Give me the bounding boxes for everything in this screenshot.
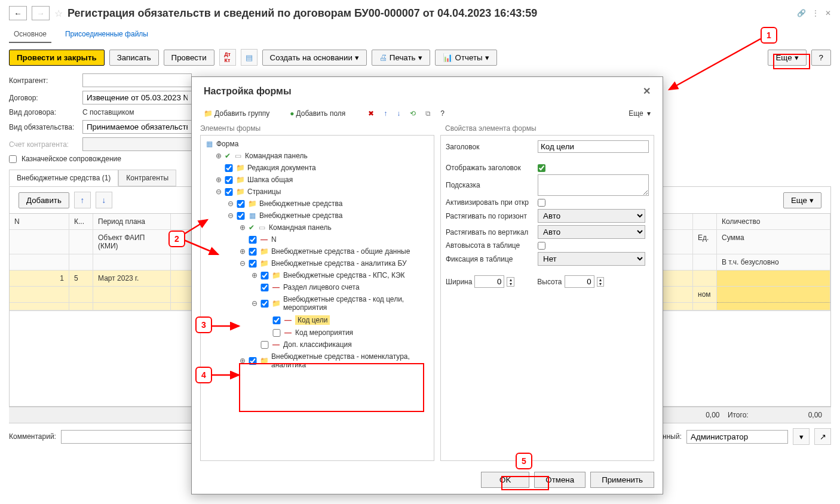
field-icon: — bbox=[283, 316, 293, 324]
folder-icon: 📁 bbox=[247, 199, 257, 208]
panel-icon: ▭ bbox=[257, 223, 266, 232]
obligation-type-input[interactable] bbox=[82, 120, 192, 134]
prop-title-input[interactable] bbox=[538, 140, 649, 153]
treasury-checkbox[interactable] bbox=[9, 155, 17, 163]
prop-stretch-h-select[interactable]: Авто bbox=[538, 209, 645, 223]
folder-icon: 📁 bbox=[235, 176, 245, 184]
reports-button[interactable]: 📊 Отчеты ▾ bbox=[435, 50, 497, 66]
form-settings-dialog: Настройка формы ✕ 📁 Добавить группу ● До… bbox=[191, 76, 663, 494]
prop-fixation-label: Фиксация в таблице bbox=[446, 255, 535, 263]
width-spinner[interactable]: ▲▼ bbox=[507, 277, 514, 287]
tab-files[interactable]: Присоединенные файлы bbox=[60, 26, 153, 43]
post-button[interactable]: Провести bbox=[164, 50, 214, 66]
table-icon: ▦ bbox=[247, 211, 257, 220]
folder-icon: 📁 bbox=[235, 188, 245, 196]
folder-icon: 📁 bbox=[259, 357, 269, 365]
contract-input[interactable] bbox=[82, 91, 192, 105]
save-button[interactable]: Записать bbox=[109, 50, 159, 66]
col-header-ed: Ед. bbox=[693, 230, 717, 254]
apply-button[interactable]: Применить bbox=[590, 472, 654, 488]
move-down-button[interactable]: ↓ bbox=[96, 192, 112, 208]
tab-offbudget[interactable]: Внебюджетные средства (1) bbox=[9, 170, 118, 186]
prop-height-input[interactable] bbox=[565, 275, 594, 288]
contragent-label: Контрагент: bbox=[9, 76, 78, 85]
move-up-icon[interactable]: ↑ bbox=[380, 107, 391, 119]
resp-open[interactable]: ↗ bbox=[814, 428, 831, 445]
prop-showtitle-checkbox[interactable] bbox=[538, 164, 545, 172]
folder-icon: 📁 bbox=[259, 247, 269, 256]
reset-icon[interactable]: ⟲ bbox=[406, 107, 419, 119]
callout-2: 2 bbox=[168, 231, 185, 247]
list-icon[interactable]: ▤ bbox=[241, 49, 257, 66]
add-row-button[interactable]: Добавить bbox=[19, 192, 69, 208]
page-title: Регистрация обязательств и сведений по д… bbox=[68, 7, 537, 20]
field-icon: — bbox=[271, 283, 281, 291]
field-icon: — bbox=[283, 328, 293, 337]
col-header-qty: Количество bbox=[717, 214, 830, 230]
prop-stretch-v-select[interactable]: Авто bbox=[538, 225, 645, 239]
plus-icon: ● bbox=[290, 109, 294, 118]
contragent-input[interactable] bbox=[82, 73, 192, 87]
responsible-input[interactable] bbox=[686, 430, 788, 444]
create-based-button[interactable]: Создать на основании ▾ bbox=[262, 50, 367, 66]
prop-autoheight-checkbox[interactable] bbox=[538, 242, 545, 250]
folder-icon: 📁 bbox=[271, 299, 281, 308]
prop-activate-checkbox[interactable] bbox=[538, 199, 545, 207]
grid-more-button[interactable]: Еще ▾ bbox=[783, 192, 821, 208]
dialog-more-button[interactable]: Еще ▾ bbox=[625, 107, 654, 119]
delete-icon[interactable]: ✖ bbox=[364, 107, 378, 119]
check-icon: ✔ bbox=[225, 152, 231, 160]
dtkt-icon[interactable]: ДтКт bbox=[219, 49, 236, 66]
link-icon[interactable]: 🔗 bbox=[797, 9, 806, 17]
prop-width-input[interactable] bbox=[474, 275, 504, 288]
chevron-down-icon: ▾ bbox=[485, 53, 489, 62]
add-fields-button[interactable]: ● Добавить поля bbox=[286, 107, 349, 119]
panel-icon: ▭ bbox=[233, 152, 243, 160]
help-button[interactable]: ? bbox=[811, 50, 831, 66]
prop-hint-input[interactable] bbox=[538, 174, 649, 196]
ok-button[interactable]: OK bbox=[481, 472, 529, 488]
callout-5: 5 bbox=[516, 453, 532, 469]
props-panel: Заголовок Отображать заголовок Подсказка… bbox=[440, 135, 654, 461]
more-button[interactable]: Еще ▾ bbox=[768, 50, 806, 66]
callout-4: 4 bbox=[195, 367, 212, 383]
print-button[interactable]: 🖨 Печать ▾ bbox=[372, 50, 430, 66]
add-group-button[interactable]: 📁 Добавить группу bbox=[200, 107, 273, 119]
chevron-down-icon: ▾ bbox=[355, 53, 359, 62]
resp-dropdown[interactable]: ▾ bbox=[793, 428, 810, 445]
treasury-label: Казначейское сопровождение bbox=[22, 155, 121, 163]
save-close-button[interactable]: Провести и закрыть bbox=[9, 50, 105, 66]
col-header-period: Период плана bbox=[93, 214, 171, 230]
props-header: Свойства элемента формы bbox=[445, 124, 537, 133]
account-input[interactable] bbox=[82, 137, 192, 151]
move-down-icon[interactable]: ↓ bbox=[393, 107, 404, 119]
favorite-icon[interactable]: ☆ bbox=[54, 8, 63, 19]
cell-k[interactable]: 5 bbox=[69, 271, 93, 287]
cancel-button[interactable]: Отмена bbox=[534, 472, 585, 488]
cell-period[interactable]: Март 2023 г. bbox=[93, 271, 171, 287]
copy-icon[interactable]: ⧉ bbox=[422, 107, 434, 119]
elements-header: Элементы формы bbox=[200, 124, 445, 133]
printer-icon: 🖨 bbox=[379, 53, 387, 62]
forward-button[interactable]: → bbox=[32, 6, 50, 20]
field-icon: — bbox=[271, 340, 281, 349]
dialog-close-icon[interactable]: ✕ bbox=[643, 85, 651, 97]
report-icon: 📊 bbox=[443, 53, 453, 62]
close-icon[interactable]: ✕ bbox=[825, 9, 831, 17]
tab-contragents[interactable]: Контрагенты bbox=[118, 170, 176, 186]
prop-fixation-select[interactable]: Нет bbox=[538, 252, 645, 266]
tab-main[interactable]: Основное bbox=[9, 26, 51, 43]
move-up-button[interactable]: ↑ bbox=[74, 192, 91, 208]
prop-stretch-v-label: Растягивать по вертикал bbox=[446, 228, 535, 236]
folder-icon: 📁 bbox=[204, 109, 213, 118]
cell-unit[interactable]: ном bbox=[693, 287, 717, 303]
kebab-icon[interactable]: ⋮ bbox=[812, 9, 819, 17]
back-button[interactable]: ← bbox=[9, 6, 27, 20]
cell-n[interactable]: 1 bbox=[10, 271, 69, 287]
height-spinner[interactable]: ▲▼ bbox=[597, 277, 605, 287]
tree-panel[interactable]: ▦Форма ⊕✔▭Командная панель 📁Редакция док… bbox=[200, 135, 434, 461]
prop-title-label: Заголовок bbox=[446, 143, 535, 151]
sum-amount: 0,00 bbox=[706, 411, 719, 419]
help-icon[interactable]: ? bbox=[437, 107, 448, 119]
prop-hint-label: Подсказка bbox=[446, 181, 535, 189]
